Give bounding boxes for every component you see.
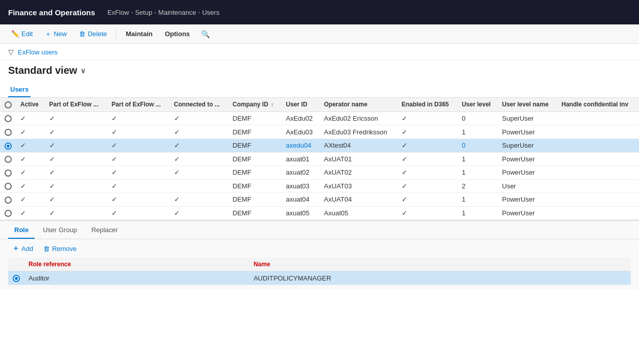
tab-replacer[interactable]: Replacer [85, 221, 124, 239]
view-title[interactable]: Standard view ∨ [8, 65, 631, 76]
active-cell: ✓ [16, 206, 45, 220]
main-toolbar: ✏️ Edit ＋ New 🗑 Delete Maintain Options … [0, 24, 639, 44]
company-id-cell: DEMF [229, 206, 282, 220]
toolbar-separator [116, 29, 117, 39]
search-button[interactable]: 🔍 [197, 28, 214, 40]
row-select-cell[interactable] [0, 152, 16, 166]
table-row[interactable]: ✓ ✓ ✓ ✓ DEMF axuat02 AxUAT02 ✓ 1 PowerUs… [0, 166, 639, 180]
row-radio[interactable] [5, 156, 12, 163]
delete-button[interactable]: 🗑 Delete [74, 28, 112, 40]
options-button[interactable]: Options [160, 28, 195, 40]
col-role-reference[interactable]: Role reference [24, 258, 249, 271]
role-table-wrapper: Role reference Name Auditor AUDITPOLICYM… [0, 258, 639, 289]
row-radio[interactable] [5, 197, 12, 204]
user-id-cell[interactable]: axedu04 [282, 138, 320, 152]
breadcrumb-maintenance[interactable]: Maintenance [158, 9, 196, 16]
row-radio[interactable] [5, 143, 12, 150]
col-operator-name[interactable]: Operator name [320, 98, 398, 111]
filter-bar: ▽ ExFlow users [0, 44, 639, 61]
operator-name-cell: AxUAT04 [320, 193, 398, 207]
row-select-cell[interactable] [0, 138, 16, 152]
tab-users[interactable]: Users [8, 82, 31, 97]
row-select-cell[interactable] [0, 111, 16, 125]
select-all-radio[interactable] [5, 101, 12, 108]
row-select-cell[interactable] [0, 179, 16, 193]
table-row[interactable]: ✓ ✓ ✓ ✓ DEMF axuat05 Axuat05 ✓ 1 PowerUs… [0, 206, 639, 220]
check-icon: ✓ [112, 195, 117, 203]
remove-button[interactable]: 🗑 Remove [39, 243, 80, 254]
col-user-id[interactable]: User ID [282, 98, 320, 111]
part-exflow1-cell: ✓ [45, 206, 108, 220]
active-cell: ✓ [16, 111, 45, 125]
add-button[interactable]: ＋ Add [8, 242, 37, 255]
handle-confidential-cell [558, 166, 639, 180]
role-radio[interactable] [13, 275, 20, 282]
col-user-level-name[interactable]: User level name [498, 98, 558, 111]
row-radio[interactable] [5, 170, 12, 177]
col-role-select[interactable] [8, 258, 24, 271]
col-active[interactable]: Active [16, 98, 45, 111]
col-enabled-d365[interactable]: Enabled in D365 [398, 98, 458, 111]
table-row[interactable]: ✓ ✓ ✓ ✓ DEMF AxEdu03 AxEdu03 Fredriksson… [0, 125, 639, 139]
row-select-cell[interactable] [0, 206, 16, 220]
operator-name-cell: AxUAT02 [320, 166, 398, 180]
table-row[interactable]: ✓ ✓ ✓ ✓ DEMF axuat04 AxUAT04 ✓ 1 PowerUs… [0, 193, 639, 207]
col-part-exflow-2[interactable]: Part of ExFlow ... [107, 98, 170, 111]
app-brand: Finance and Operations [8, 8, 95, 17]
check-icon: ✓ [20, 142, 26, 149]
col-select-all[interactable] [0, 98, 16, 111]
user-level-name-cell: PowerUser [498, 125, 558, 139]
user-level-cell[interactable]: 0 [458, 138, 498, 152]
col-role-name[interactable]: Name [249, 258, 631, 271]
role-select-cell[interactable] [8, 271, 24, 285]
user-level-name-cell: PowerUser [498, 166, 558, 180]
handle-confidential-cell [558, 138, 639, 152]
table-row[interactable]: ✓ ✓ ✓ ✓ DEMF AxEdu02 AxEdu02 Ericsson ✓ … [0, 111, 639, 125]
col-handle-confidential[interactable]: Handle confidential inv [558, 98, 639, 111]
row-select-cell[interactable] [0, 125, 16, 139]
handle-confidential-cell [558, 125, 639, 139]
col-company-id[interactable]: Company ID ↑ [229, 98, 282, 111]
user-level-name-cell: User [498, 179, 558, 193]
remove-label: Remove [52, 245, 76, 253]
check-icon: ✓ [174, 169, 180, 176]
table-row[interactable]: ✓ ✓ ✓ DEMF axuat03 AxUAT03 ✓ 2 User [0, 179, 639, 193]
col-part-exflow-1[interactable]: Part of ExFlow ... [45, 98, 108, 111]
row-select-cell[interactable] [0, 193, 16, 207]
user-level-cell: 1 [458, 166, 498, 180]
col-user-level[interactable]: User level [458, 98, 498, 111]
role-table-row[interactable]: Auditor AUDITPOLICYMANAGER [8, 271, 631, 285]
part-exflow1-cell: ✓ [45, 166, 108, 180]
connected-cell: ✓ [170, 193, 229, 207]
breadcrumb-users[interactable]: Users [202, 9, 219, 16]
filter-link[interactable]: ExFlow users [18, 48, 58, 56]
row-radio[interactable] [5, 183, 12, 190]
table-row[interactable]: ✓ ✓ ✓ ✓ DEMF axuat01 AxUAT01 ✓ 1 PowerUs… [0, 152, 639, 166]
user-id-cell: AxEdu03 [282, 125, 320, 139]
row-radio[interactable] [5, 115, 12, 122]
new-label: New [53, 30, 67, 38]
edit-button[interactable]: ✏️ Edit [6, 28, 38, 40]
tab-role[interactable]: Role [8, 221, 35, 239]
row-radio[interactable] [5, 129, 12, 136]
breadcrumb-setup[interactable]: Setup [135, 9, 152, 16]
check-icon: ✓ [174, 209, 180, 217]
role-header-row: Role reference Name [8, 258, 631, 271]
part-exflow1-cell: ✓ [45, 125, 108, 139]
company-id-cell: DEMF [229, 125, 282, 139]
maintain-button[interactable]: Maintain [121, 28, 158, 40]
breadcrumb-exflow[interactable]: ExFlow [107, 9, 129, 16]
tab-user-group[interactable]: User Group [37, 221, 83, 239]
table-row[interactable]: ✓ ✓ ✓ ✓ DEMF axedu04 AXtest04 ✓ 0 SuperU… [0, 138, 639, 152]
new-button[interactable]: ＋ New [40, 27, 72, 41]
row-radio[interactable] [5, 210, 12, 217]
check-icon: ✓ [402, 195, 407, 203]
enabled-d365-cell: ✓ [398, 152, 458, 166]
part-exflow2-cell: ✓ [107, 138, 170, 152]
enabled-d365-cell: ✓ [398, 125, 458, 139]
add-icon: ＋ [45, 30, 51, 39]
row-select-cell[interactable] [0, 166, 16, 180]
part-exflow2-cell: ✓ [107, 179, 170, 193]
breadcrumb-sep-3: › [198, 9, 200, 15]
col-connected[interactable]: Connected to ... [170, 98, 229, 111]
